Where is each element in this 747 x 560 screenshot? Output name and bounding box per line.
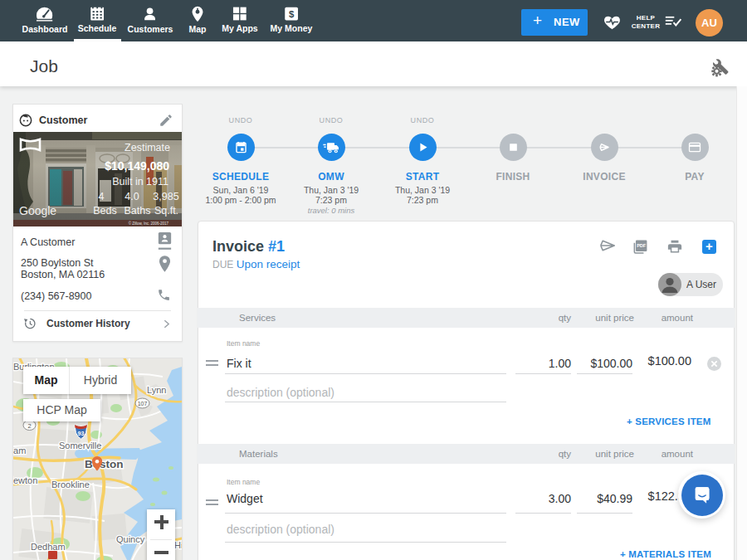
svg-text:Boston: Boston (85, 458, 124, 470)
svg-text:Zestimate: Zestimate (124, 142, 170, 153)
svg-text:Beds: Beds (93, 205, 117, 217)
svg-text:PDF: PDF (637, 243, 647, 248)
svg-text:107: 107 (138, 401, 148, 407)
svg-text:Somerville: Somerville (59, 441, 101, 450)
svg-text:ham: ham (13, 446, 26, 455)
svg-text:Quincy: Quincy (116, 534, 145, 544)
svg-text:Sq.ft.: Sq.ft. (154, 205, 178, 217)
svg-text:3,985: 3,985 (153, 191, 178, 202)
svg-text:Built in 1911: Built in 1911 (112, 176, 168, 187)
svg-text:Dedham: Dedham (31, 542, 66, 552)
svg-text:Baths: Baths (124, 205, 151, 217)
svg-text:Hi: Hi (174, 540, 182, 550)
svg-text:4: 4 (99, 191, 105, 202)
svg-text:© Zillow, Inc. 2006-2017: © Zillow, Inc. 2006-2017 (129, 221, 169, 226)
svg-text:Brookline: Brookline (51, 480, 90, 489)
svg-text:Newton: Newton (13, 475, 37, 485)
svg-text:2: 2 (27, 422, 31, 430)
svg-text:4.0: 4.0 (124, 191, 139, 202)
svg-text:93: 93 (78, 431, 85, 436)
svg-text:$: $ (289, 9, 295, 19)
svg-text:$10,149,080: $10,149,080 (105, 159, 169, 173)
svg-text:Google: Google (19, 204, 56, 217)
svg-text:Lynn: Lynn (147, 385, 166, 395)
